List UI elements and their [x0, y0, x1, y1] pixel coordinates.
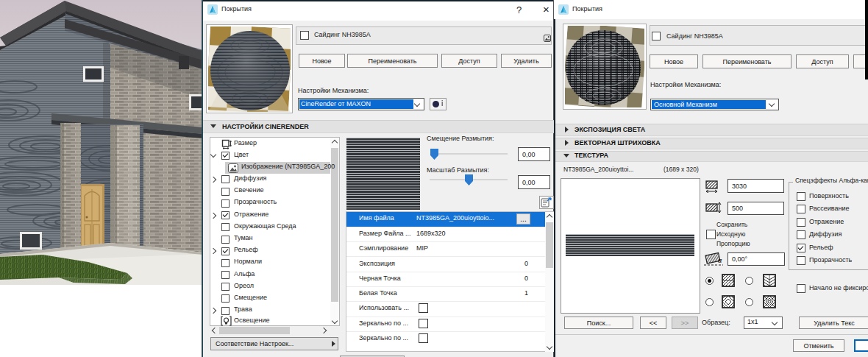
svg-text:α: α: [718, 257, 722, 264]
